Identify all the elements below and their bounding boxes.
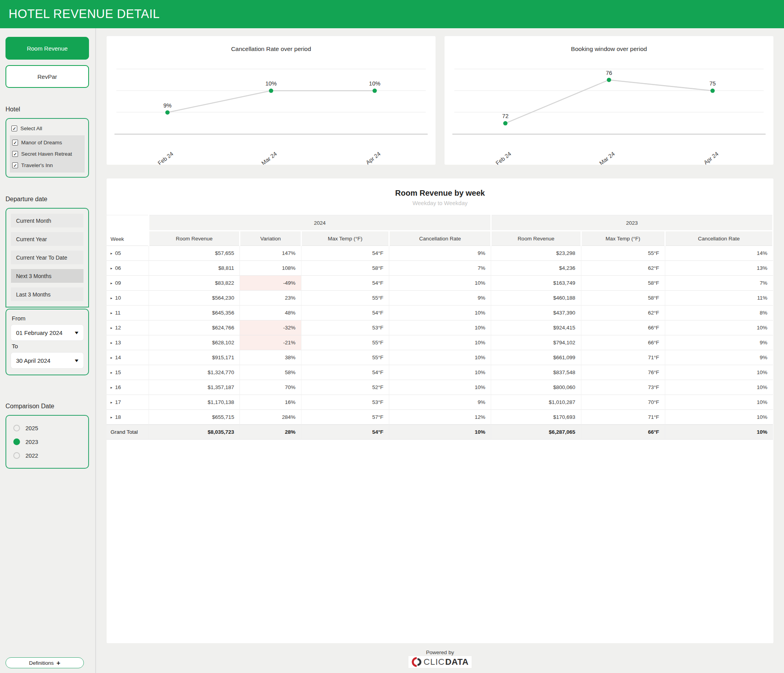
page-title: HOTEL REVENUE DETAIL <box>9 7 160 21</box>
date-range-box: From 01 February 2024 ▼ To 30 April 2024… <box>5 309 89 375</box>
week-cell[interactable]: ▸11 <box>107 306 149 320</box>
comparison-radio-row[interactable]: 2023 <box>11 435 83 449</box>
checkbox-checked-icon[interactable]: ✓ <box>11 126 17 131</box>
data-point <box>710 89 715 93</box>
expand-triangle-icon[interactable]: ▸ <box>111 356 113 360</box>
comparison-option-label: 2025 <box>25 425 38 431</box>
hotel-checkbox-item[interactable]: ✓Secret Haven Retreat <box>11 148 83 160</box>
footer: Powered by CLIC DATA <box>107 649 773 668</box>
select-all-checkbox-row[interactable]: ✓ Select All <box>10 123 85 135</box>
table-row: ▸18$655,715284%57°F12%$170,69371°F10% <box>107 410 773 425</box>
data-cell: $23,298 <box>491 246 581 261</box>
expand-triangle-icon[interactable]: ▸ <box>111 266 113 270</box>
comparison-option-label: 2022 <box>25 453 38 459</box>
preset-button[interactable]: Next 3 Months <box>11 269 83 283</box>
checkbox-checked-icon[interactable]: ✓ <box>12 140 18 146</box>
to-date-select[interactable]: 30 April 2024 ▼ <box>11 353 83 368</box>
data-cell: $4,236 <box>491 261 581 276</box>
data-cell: 66°F <box>581 425 665 440</box>
data-cell: 9% <box>665 335 773 350</box>
expand-triangle-icon[interactable]: ▸ <box>111 311 113 315</box>
data-cell: $460,188 <box>491 291 581 306</box>
data-cell: 10% <box>665 395 773 410</box>
hotel-checkbox-item[interactable]: ✓Manor of Dreams <box>11 137 83 148</box>
table-row: ▸12$624,766-32%53°F10%$924,41566°F10% <box>107 320 773 335</box>
week-cell[interactable]: ▸15 <box>107 365 149 380</box>
data-cell: 58% <box>240 365 301 380</box>
week-cell[interactable]: ▸12 <box>107 320 149 335</box>
data-cell: $624,766 <box>149 320 240 335</box>
column-header-row: Room RevenueVariationMax Temp (°F)Cancel… <box>107 231 773 246</box>
expand-triangle-icon[interactable]: ▸ <box>111 251 113 255</box>
hotel-list: ✓Manor of Dreams✓Secret Haven Retreat✓Tr… <box>10 135 85 173</box>
table-row: ▸11$645,35648%54°F10%$437,39062°F8% <box>107 306 773 320</box>
radio-selected-icon[interactable] <box>13 438 20 445</box>
expand-triangle-icon[interactable]: ▸ <box>111 400 113 404</box>
week-cell[interactable]: ▸09 <box>107 276 149 291</box>
preset-button[interactable]: Last 3 Months <box>11 287 83 301</box>
data-cell: -21% <box>240 335 301 350</box>
data-point-label: 10% <box>369 80 380 87</box>
radio-unselected-icon[interactable] <box>13 425 20 431</box>
from-date-select[interactable]: 01 February 2024 ▼ <box>11 325 83 340</box>
column-header: Room Revenue <box>491 231 581 246</box>
radio-unselected-icon[interactable] <box>13 452 20 459</box>
column-header: Room Revenue <box>149 231 240 246</box>
checkbox-checked-icon[interactable]: ✓ <box>12 151 18 157</box>
hotel-item-label: Secret Haven Retreat <box>21 151 72 157</box>
logo-text-data: DATA <box>445 657 469 667</box>
data-cell: 108% <box>240 261 301 276</box>
checkbox-checked-icon[interactable]: ✓ <box>12 162 18 168</box>
departure-presets-box: Current MonthCurrent YearCurrent Year To… <box>5 208 89 307</box>
data-cell: $1,170,138 <box>149 395 240 410</box>
data-cell: $794,102 <box>491 335 581 350</box>
data-cell: $1,010,287 <box>491 395 581 410</box>
preset-button[interactable]: Current Month <box>11 214 83 227</box>
expand-triangle-icon[interactable]: ▸ <box>111 296 113 300</box>
year-group-header-2023: 2023 <box>491 215 773 231</box>
week-cell[interactable]: ▸05 <box>107 246 149 261</box>
data-cell: $163,749 <box>491 276 581 291</box>
week-cell[interactable]: ▸06 <box>107 261 149 276</box>
preset-button[interactable]: Current Year To Date <box>11 251 83 264</box>
dropdown-caret-icon: ▼ <box>74 358 80 363</box>
expand-triangle-icon[interactable]: ▸ <box>111 415 113 419</box>
week-cell[interactable]: ▸14 <box>107 350 149 365</box>
expand-triangle-icon[interactable]: ▸ <box>111 326 113 330</box>
column-header: Cancellation Rate <box>389 231 491 246</box>
comparison-radio-row[interactable]: 2025 <box>11 421 83 435</box>
data-cell: $924,415 <box>491 320 581 335</box>
week-cell[interactable]: ▸16 <box>107 380 149 395</box>
expand-triangle-icon[interactable]: ▸ <box>111 341 113 345</box>
data-cell: $628,102 <box>149 335 240 350</box>
week-cell[interactable]: ▸17 <box>107 395 149 410</box>
hotel-section-label: Hotel <box>5 106 89 113</box>
expand-triangle-icon[interactable]: ▸ <box>111 281 113 285</box>
expand-triangle-icon[interactable]: ▸ <box>111 386 113 389</box>
table-row: ▸17$1,170,13816%53°F9%$1,010,28770°F10% <box>107 395 773 410</box>
week-cell[interactable]: ▸18 <box>107 410 149 425</box>
data-cell: 16% <box>240 395 301 410</box>
data-cell: -32% <box>240 320 301 335</box>
comparison-radio-row[interactable]: 2022 <box>11 449 83 462</box>
clicdata-monogram-icon <box>412 657 423 667</box>
data-cell: 28% <box>240 425 301 440</box>
data-cell: 55°F <box>301 350 389 365</box>
data-cell: 58°F <box>301 261 389 276</box>
week-cell[interactable]: ▸10 <box>107 291 149 306</box>
data-cell: $1,357,187 <box>149 380 240 395</box>
data-point-label: 72 <box>502 113 508 119</box>
week-cell[interactable]: ▸13 <box>107 335 149 350</box>
nav-room-revenue-button[interactable]: Room Revenue <box>5 37 89 60</box>
data-cell: 66°F <box>581 335 665 350</box>
hotel-checkbox-item[interactable]: ✓Traveler's Inn <box>11 160 83 171</box>
data-cell: 8% <box>665 306 773 320</box>
comparison-date-section-label: Comparison Date <box>5 403 89 410</box>
expand-triangle-icon[interactable]: ▸ <box>111 371 113 375</box>
data-cell: 58°F <box>581 291 665 306</box>
preset-button[interactable]: Current Year <box>11 232 83 246</box>
nav-revpar-button[interactable]: RevPar <box>5 65 89 88</box>
data-cell: 55°F <box>581 246 665 261</box>
data-cell: 76°F <box>581 365 665 380</box>
definitions-button[interactable]: Definitions + <box>5 657 84 668</box>
